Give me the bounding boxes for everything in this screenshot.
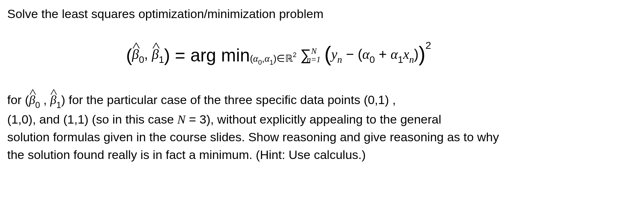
minus: − ( xyxy=(342,47,362,62)
xn: x xyxy=(403,47,409,62)
yn-sub: n xyxy=(337,54,342,65)
lhs-paren-open: ( xyxy=(126,45,132,65)
N-var: N xyxy=(177,113,186,126)
equation: (β0, β1) = arg min(α0,α1)∈ℝ2 ∑Nn=1 (yn −… xyxy=(7,41,637,70)
beta1-sub: 1 xyxy=(159,54,164,65)
beta0-hat: β xyxy=(132,45,139,64)
inner-close: ) xyxy=(414,47,419,62)
problem-statement-line1: Solve the least squares optimization/min… xyxy=(7,5,637,23)
problem-paragraph: for (β0 , β1) for the particular case of… xyxy=(7,91,637,164)
para-line4: the solution found really is in fact a m… xyxy=(7,146,637,164)
beta0-sub: 0 xyxy=(139,54,144,65)
para-line3: solution formulas given in the course sl… xyxy=(7,128,637,146)
yn: y xyxy=(331,47,337,62)
term-close: ) xyxy=(418,42,425,65)
lhs-close-argmin: ) = arg min xyxy=(164,45,250,65)
comma1: , xyxy=(144,47,152,62)
beta1-hat: β xyxy=(152,45,159,64)
a1-sub: 1 xyxy=(398,54,403,65)
line1-text: Solve the least squares optimization/min… xyxy=(7,7,323,21)
p1-beta1-hat: β xyxy=(50,91,56,109)
xn-sub: n xyxy=(409,54,414,65)
a0: α xyxy=(362,47,370,62)
sum-upper: N xyxy=(311,47,317,56)
argmin-subscript: (α0,α1)∈ℝ2 xyxy=(250,53,296,64)
para-line2: (1,0), and (1,1) (so in this case N = 3)… xyxy=(7,111,637,128)
p1-beta0-hat: β xyxy=(29,91,35,109)
a1: α xyxy=(391,47,398,62)
term-open: ( xyxy=(324,42,331,65)
a0-sub: 0 xyxy=(370,54,375,65)
plus: + xyxy=(375,47,390,62)
sum-lower: n=1 xyxy=(307,55,321,64)
squared: 2 xyxy=(425,39,431,51)
para-line1: for (β0 , β1) for the particular case of… xyxy=(7,91,637,110)
